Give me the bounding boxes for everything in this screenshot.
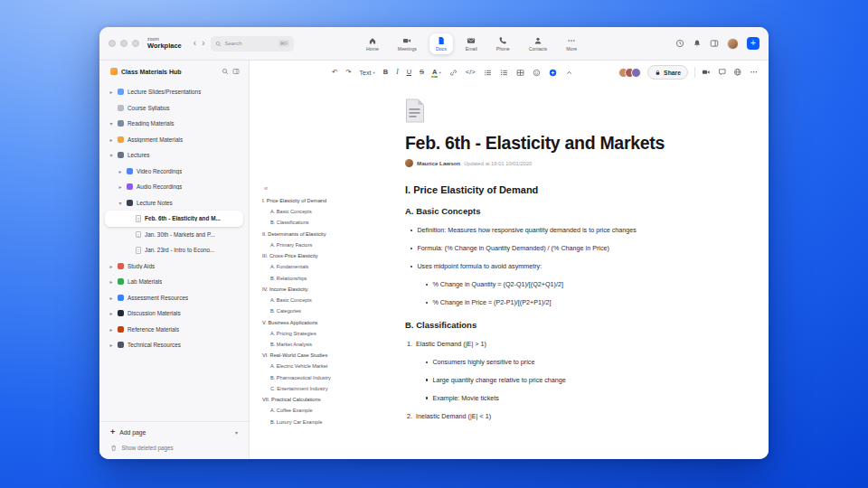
collaborator-avatar[interactable] [631,68,641,78]
chevron-right-icon[interactable]: ▸ [108,89,114,95]
outline-item[interactable]: A. Basic Concepts [262,298,378,304]
collapse-outline-button[interactable]: « [264,184,268,192]
sidebar-search-icon[interactable] [222,68,229,75]
sidebar-item[interactable]: Jan. 30th - Markets and P... [105,227,243,243]
outline-item[interactable]: A. Fundamentals [262,265,378,270]
chevron-right-icon[interactable]: ▸ [108,310,114,316]
chevron-right-icon[interactable]: ▸ [118,168,123,174]
sidebar-item[interactable]: ▸Assignment Materials [105,132,243,148]
tab-home[interactable]: Home [360,33,385,54]
chevron-right-icon[interactable]: ▸ [108,136,114,143]
new-item-button[interactable]: + [747,37,760,50]
outline-item[interactable]: A. Pricing Strategies [262,332,378,337]
outline-item[interactable]: B. Categories [262,309,378,314]
outline-item[interactable]: III. Cross-Price Elasticity [262,254,378,259]
outline-item[interactable]: A. Electric Vehicle Market [262,364,378,370]
underline-button[interactable]: U [404,67,414,78]
sidebar-item[interactable]: ▾Lecture Notes [105,195,243,211]
show-deleted-pages-button[interactable]: Show deleted pages [110,445,238,452]
strikethrough-button[interactable]: S [417,67,427,78]
tab-contacts[interactable]: Contacts [523,33,553,54]
numbered-list-button[interactable] [497,67,511,79]
sidebar-item[interactable]: ▾Reading Materials [105,116,243,132]
redo-button[interactable]: ↷ [343,67,354,78]
sidebar-item[interactable]: ▸Audio Recordings [105,179,243,195]
bulleted-list-button[interactable] [481,67,495,79]
collapse-toolbar-button[interactable] [562,67,576,79]
sidebar-item[interactable]: ▾Lectures [105,147,243,164]
user-avatar[interactable] [727,38,739,50]
insert-button[interactable] [546,67,560,79]
outline-item[interactable]: VII. Practical Calculations [262,398,378,403]
undo-button[interactable]: ↶ [329,67,340,78]
table-button[interactable] [514,67,527,79]
outline-item[interactable]: C. Entertainment Industry [262,387,378,392]
outline-item[interactable]: A. Coffee Example [262,408,378,414]
tab-meetings[interactable]: Meetings [392,33,423,54]
italic-button[interactable]: I [393,67,401,78]
outline-item[interactable]: II. Determinants of Elasticity [262,232,378,238]
history-button[interactable] [675,39,684,48]
outline-item[interactable]: IV. Income Elasticity [262,287,378,293]
nav-forward-button[interactable]: › [199,39,207,48]
sidebar-collapse-icon[interactable] [232,68,240,75]
chevron-right-icon[interactable]: ▸ [108,342,114,348]
outline-item[interactable]: A. Primary Factors [262,243,378,249]
sidebar-item[interactable]: ▸Lab Materials [105,274,243,290]
tab-docs[interactable]: Docs [429,33,453,54]
chevron-right-icon[interactable]: ▸ [108,326,114,333]
doc-title[interactable]: Feb. 6th - Elasticity and Markets [405,133,741,153]
language-button[interactable] [733,68,742,77]
code-button[interactable]: </> [463,67,478,78]
sidebar-item[interactable]: ▸Discussion Materials [105,305,243,322]
text-color-button[interactable]: A▾ [429,67,444,78]
doc-body[interactable]: I. Price Elasticity of DemandA. Basic Co… [405,184,741,419]
sidebar-item[interactable]: ▸Lecture Slides/Presentations [105,84,243,100]
nav-back-button[interactable]: ‹ [191,39,199,48]
sidebar-item[interactable]: Course Syllabus [105,100,243,117]
sidebar-item[interactable]: ▸Study Aids [105,258,243,275]
sidebar-item[interactable]: ▸Assessment Resources [105,290,243,306]
outline-item[interactable]: B. Classifications [262,221,378,226]
minimize-button[interactable] [120,40,127,47]
outline-item[interactable]: V. Business Applications [262,321,378,326]
tab-phone[interactable]: Phone [490,33,516,54]
chevron-down-icon[interactable]: ▾ [108,152,114,158]
close-button[interactable] [108,40,116,47]
chevron-right-icon[interactable]: ▸ [108,295,114,301]
text-style-button[interactable]: Text▾ [357,68,378,78]
tab-more[interactable]: More [560,33,583,54]
add-page-button[interactable]: + Add page ▾ [110,428,238,436]
chevron-down-icon[interactable]: ▾ [235,429,238,436]
chevron-right-icon[interactable]: ▸ [108,263,114,269]
chevron-down-icon[interactable]: ▾ [108,120,114,127]
outline-item[interactable]: VI. Real-World Case Studies [262,353,378,359]
outline-item[interactable]: A. Basic Concepts [262,210,378,215]
search-input[interactable]: Search ⌘F [211,36,294,52]
sidebar-item[interactable]: Jan. 23rd - Intro to Econo... [105,242,243,258]
sidebar-item[interactable]: ▸Technical Resources [105,337,243,353]
bold-button[interactable]: B [381,67,391,78]
video-button[interactable] [702,68,711,77]
link-button[interactable] [447,67,460,79]
more-options-button[interactable] [750,68,759,77]
share-button[interactable]: Share [647,65,688,80]
sidebar-item[interactable]: ▸Reference Materials [105,322,243,338]
emoji-button[interactable] [530,67,543,79]
chevron-down-icon[interactable]: ▾ [118,200,123,206]
outline-item[interactable]: I. Price Elasticity of Demand [262,199,378,204]
outline-item[interactable]: B. Pharmaceutical Industry [262,376,378,381]
tab-email[interactable]: Email [459,33,484,54]
outline-item[interactable]: B. Luxury Car Example [262,420,378,426]
chevron-right-icon[interactable]: ▸ [118,183,123,190]
doc-bullet: Example: Movie tickets [405,395,741,402]
comments-button[interactable] [718,68,727,77]
chevron-right-icon[interactable]: ▸ [108,278,114,285]
outline-item[interactable]: B. Relationships [262,277,378,282]
sidebar-item[interactable]: ▸Video Recordings [105,164,243,180]
layout-button[interactable] [710,39,719,48]
sidebar-item[interactable]: Feb. 6th - Elasticity and M... [105,211,243,227]
notifications-button[interactable] [693,39,702,48]
outline-item[interactable]: B. Market Analysis [262,343,378,348]
fullscreen-button[interactable] [132,40,139,47]
